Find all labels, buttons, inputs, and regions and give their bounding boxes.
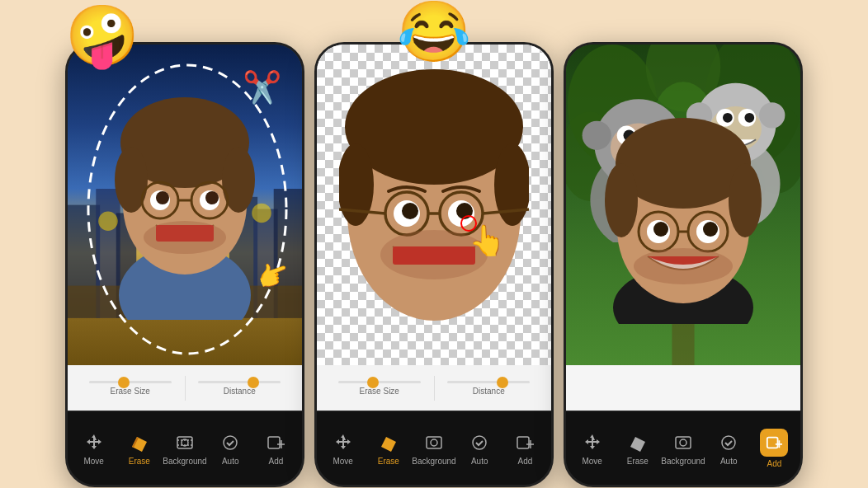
toolbar-background-phone1[interactable]: Background bbox=[162, 431, 207, 466]
distance-thumb[interactable] bbox=[248, 377, 259, 388]
phone1-screen: ✂️ 👉 bbox=[68, 45, 302, 365]
phone2-wrapper: 😂 bbox=[314, 42, 554, 487]
svg-point-42 bbox=[402, 203, 418, 219]
auto-label-p3: Auto bbox=[720, 457, 738, 466]
phone1-slider-area: Erase Size Distance bbox=[68, 365, 302, 411]
svg-rect-50 bbox=[517, 437, 529, 448]
add-icon-p3-highlight bbox=[760, 429, 788, 457]
erase-icon-active bbox=[128, 431, 151, 454]
erase-icon-p2 bbox=[377, 431, 400, 454]
toolbar-erase-phone2[interactable]: Erase bbox=[366, 431, 411, 466]
svg-point-91 bbox=[634, 248, 733, 284]
toolbar-erase-phone3[interactable]: Erase bbox=[615, 431, 660, 466]
phone1-wrapper: 🤪 bbox=[65, 42, 304, 487]
auto-icon-p2 bbox=[468, 431, 491, 454]
svg-rect-47 bbox=[427, 437, 441, 448]
toolbar-auto-phone3[interactable]: Auto bbox=[706, 431, 752, 466]
distance-slider-group-p2[interactable]: Distance bbox=[435, 381, 544, 396]
move-icon-p2 bbox=[332, 431, 355, 454]
phone3-empty-slider bbox=[566, 365, 800, 411]
add-label-p2: Add bbox=[518, 457, 533, 466]
phone2-slider-area: Erase Size Distance bbox=[317, 365, 551, 411]
phone3-toolbar: Move Erase bbox=[566, 411, 800, 485]
distance-track[interactable] bbox=[198, 381, 281, 383]
face-cutout-phone2 bbox=[339, 69, 529, 333]
auto-icon-p1 bbox=[219, 431, 242, 454]
move-label-p3: Move bbox=[582, 457, 601, 466]
erase-size-slider-group[interactable]: Erase Size bbox=[76, 381, 185, 396]
toolbar-background-phone3[interactable]: Background bbox=[660, 431, 705, 466]
background-label-p2: Background bbox=[412, 457, 455, 466]
svg-point-34 bbox=[494, 143, 529, 226]
svg-marker-92 bbox=[630, 437, 645, 452]
phone3: Move Erase bbox=[564, 42, 803, 487]
svg-point-95 bbox=[722, 436, 735, 449]
add-label-p1: Add bbox=[269, 457, 284, 466]
toolbar-add-phone1[interactable]: Add bbox=[253, 431, 299, 466]
phone2-toolbar: Move Erase bbox=[317, 411, 551, 485]
auto-label-p1: Auto bbox=[222, 457, 239, 466]
toolbar-auto-phone1[interactable]: Auto bbox=[208, 431, 253, 466]
background-label-p1: Background bbox=[163, 457, 206, 466]
svg-marker-46 bbox=[381, 437, 396, 452]
auto-label-p2: Auto bbox=[471, 457, 488, 466]
svg-point-89 bbox=[653, 222, 668, 237]
move-label-p2: Move bbox=[333, 457, 352, 466]
erase-icon-p3 bbox=[626, 431, 649, 454]
toolbar-move-phone1[interactable]: Move bbox=[71, 431, 116, 466]
cursor-phone2: 👆 bbox=[469, 223, 506, 258]
phone1: ✂️ 👉 Erase Size Distance bbox=[65, 42, 304, 487]
svg-rect-96 bbox=[767, 437, 778, 448]
auto-icon-p3 bbox=[717, 431, 740, 454]
distance-track-p2[interactable] bbox=[447, 381, 530, 383]
svg-rect-93 bbox=[676, 437, 691, 448]
scissors-icon: ✂️ bbox=[243, 69, 281, 106]
erase-label-p1: Erase bbox=[129, 457, 150, 466]
svg-rect-30 bbox=[268, 437, 280, 448]
svg-point-24 bbox=[88, 65, 286, 354]
phone3-wrapper: Move Erase bbox=[564, 1, 803, 487]
background-icon-p1 bbox=[173, 431, 196, 454]
erase-size-label-p2: Erase Size bbox=[360, 387, 399, 396]
phone3-screen bbox=[566, 45, 800, 365]
toolbar-move-phone3[interactable]: Move bbox=[569, 431, 615, 466]
background-icon-p2 bbox=[422, 431, 446, 454]
background-icon-p3 bbox=[672, 431, 695, 454]
distance-slider-group[interactable]: Distance bbox=[186, 381, 295, 396]
toolbar-erase-phone1[interactable]: Erase bbox=[116, 431, 162, 466]
move-label-p1: Move bbox=[83, 457, 103, 466]
svg-point-33 bbox=[339, 143, 374, 226]
erase-label-p2: Erase bbox=[378, 457, 399, 466]
toolbar-auto-phone2[interactable]: Auto bbox=[457, 431, 502, 466]
erase-size-track[interactable] bbox=[89, 381, 172, 383]
distance-thumb-p2[interactable] bbox=[497, 377, 508, 388]
erase-size-thumb-p2[interactable] bbox=[367, 377, 379, 388]
erase-label-p3: Erase bbox=[627, 457, 649, 466]
toolbar-add-phone2[interactable]: Add bbox=[502, 431, 548, 466]
phone1-toolbar: Move Erase bbox=[68, 411, 302, 485]
toolbar-add-phone3[interactable]: Add bbox=[752, 429, 797, 468]
toolbar-background-phone2[interactable]: Background bbox=[411, 431, 456, 466]
phone2: 👆 Erase Size Distance bbox=[314, 42, 554, 487]
move-icon bbox=[83, 431, 106, 454]
background-label-p3: Background bbox=[661, 457, 705, 466]
svg-point-29 bbox=[224, 436, 237, 449]
svg-point-82 bbox=[605, 163, 638, 237]
add-icon-p2 bbox=[513, 431, 536, 454]
person-face-phone3 bbox=[588, 110, 778, 324]
svg-point-94 bbox=[680, 439, 686, 446]
svg-rect-27 bbox=[177, 437, 192, 448]
svg-point-90 bbox=[703, 222, 718, 237]
svg-point-48 bbox=[431, 439, 437, 446]
phones-container: 🤪 bbox=[65, 1, 803, 487]
toolbar-move-phone2[interactable]: Move bbox=[320, 431, 366, 466]
erase-size-track-p2[interactable] bbox=[338, 381, 421, 383]
svg-point-49 bbox=[473, 436, 486, 449]
phone2-screen: 👆 bbox=[317, 45, 551, 365]
add-label-p3: Add bbox=[767, 459, 782, 468]
erase-size-slider-group-p2[interactable]: Erase Size bbox=[325, 381, 434, 396]
add-icon-p1 bbox=[264, 431, 287, 454]
erase-size-label: Erase Size bbox=[111, 387, 150, 396]
erase-size-thumb[interactable] bbox=[118, 377, 130, 388]
move-icon-p3 bbox=[581, 431, 604, 454]
